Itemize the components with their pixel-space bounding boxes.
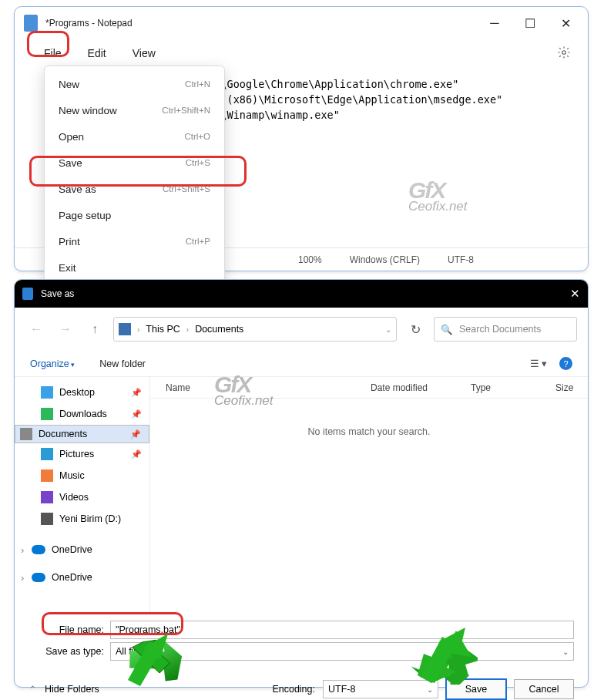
onedrive-icon [32,573,45,582]
col-name[interactable]: Name [166,382,371,393]
saveas-close-button[interactable]: ✕ [570,287,580,301]
status-encoding: UTF-8 [434,254,488,265]
download-icon [41,408,53,420]
saveas-sidebar: Desktop📌 Downloads📌 Documents📌 Pictures📌… [15,377,150,613]
menu-item-save-as[interactable]: Save asCtrl+Shift+S [45,176,224,202]
pictures-icon [41,448,53,460]
status-zoom: 100% [284,254,336,265]
notepad-window: *Programs - Notepad ─ ☐ ✕ File Edit View… [14,6,589,271]
file-list-pane: Name Date modified Type Size No items ma… [150,377,588,613]
saveas-toolbar: Organize New folder ☰ ▾ ? [15,351,588,377]
chevron-down-icon: ⌄ [427,685,433,694]
menu-item-exit[interactable]: Exit [45,254,224,281]
column-headers: Name Date modified Type Size [150,377,588,399]
menu-edit[interactable]: Edit [88,47,106,59]
video-icon [41,491,53,503]
organize-button[interactable]: Organize [30,358,75,369]
save-button[interactable]: Save [446,679,506,699]
encoding-label: Encoding: [272,684,315,695]
hide-folders-button[interactable]: Hide Folders [45,684,99,695]
saveas-titlebar: Save as ✕ [15,280,588,308]
breadcrumb-folder[interactable]: Documents [195,324,243,335]
filetype-label: Save as type: [29,646,110,657]
search-box[interactable]: 🔍 Search Documents [434,317,577,342]
chevron-right-icon: › [186,325,189,334]
chevron-right-icon: › [137,325,139,334]
maximize-button[interactable]: ☐ [512,11,548,35]
notepad-icon [24,15,38,32]
menu-item-save[interactable]: SaveCtrl+S [45,150,224,176]
col-type[interactable]: Type [471,382,555,393]
help-button[interactable]: ? [559,357,572,370]
sidebar-item-music[interactable]: Music [15,465,149,486]
sidebar-item-downloads[interactable]: Downloads📌 [15,403,149,425]
music-icon [41,469,53,482]
address-bar[interactable]: › This PC › Documents ⌄ [113,317,397,342]
sidebar-item-onedrive-2[interactable]: OneDrive [15,567,149,588]
pin-icon: 📌 [130,429,141,439]
saveas-title: Save as [41,288,74,299]
menu-item-page-setup[interactable]: Page setup [45,202,224,228]
pin-icon: 📌 [131,388,142,398]
menu-item-open[interactable]: OpenCtrl+O [45,123,224,150]
chevron-down-icon: ⌄ [562,648,569,656]
refresh-button[interactable]: ↻ [404,318,426,340]
pin-icon: 📌 [131,409,142,419]
sidebar-item-documents[interactable]: Documents📌 [15,425,149,443]
sidebar-item-drive-d[interactable]: Yeni Birim (D:) [15,508,149,530]
sidebar-item-onedrive[interactable]: OneDrive [15,539,149,560]
desktop-icon [41,386,53,399]
breadcrumb-root[interactable]: This PC [146,324,180,335]
filename-input[interactable] [110,621,574,639]
menu-file[interactable]: File [44,47,62,59]
filename-label: File name: [29,624,110,635]
menu-item-new[interactable]: NewCtrl+N [45,71,224,97]
notepad-title: *Programs - Notepad [45,18,133,29]
sidebar-item-pictures[interactable]: Pictures📌 [15,443,149,465]
search-placeholder: Search Documents [459,324,541,335]
close-button[interactable]: ✕ [548,11,583,35]
status-eol: Windows (CRLF) [336,254,434,265]
menu-item-print[interactable]: PrintCtrl+P [45,228,224,254]
notepad-titlebar: *Programs - Notepad ─ ☐ ✕ [15,7,588,39]
nav-back-button[interactable]: ← [25,318,47,340]
svg-point-0 [562,51,566,55]
cancel-button[interactable]: Cancel [514,679,574,699]
menu-view[interactable]: View [133,47,156,59]
nav-up-button[interactable]: ↑ [84,318,106,340]
pin-icon: 📌 [131,449,142,459]
notepad-menubar: File Edit View [15,39,588,67]
saveas-inputs: File name: Save as type: All files⌄ [15,613,588,671]
encoding-select[interactable]: UTF-8⌄ [323,680,438,698]
sidebar-item-desktop[interactable]: Desktop📌 [15,382,149,403]
onedrive-icon [32,545,45,554]
view-mode-button[interactable]: ☰ ▾ [530,358,547,369]
saveas-title-icon [22,288,33,300]
new-folder-button[interactable]: New folder [99,358,146,369]
empty-message: No items match your search. [150,426,588,437]
filetype-select[interactable]: All files⌄ [110,642,574,661]
col-size[interactable]: Size [555,382,582,393]
nav-forward-button[interactable]: → [55,318,76,340]
search-icon: 🔍 [441,324,453,335]
col-date[interactable]: Date modified [371,382,471,393]
menu-item-new-window[interactable]: New windowCtrl+Shift+N [45,97,224,123]
save-as-dialog: Save as ✕ ← → ↑ › This PC › Documents ⌄ … [14,279,589,688]
sidebar-item-videos[interactable]: Videos [15,486,149,508]
drive-icon [41,513,53,525]
chevron-down-icon[interactable]: ⌄ [385,325,391,334]
saveas-navbar: ← → ↑ › This PC › Documents ⌄ ↻ 🔍 Search… [15,308,588,351]
settings-gear-icon[interactable] [557,45,571,62]
thispc-icon [119,323,131,335]
saveas-footer: ⌃ Hide Folders Encoding: UTF-8⌄ Save Can… [15,671,588,700]
collapse-icon: ⌃ [29,684,37,695]
file-menu-dropdown: NewCtrl+N New windowCtrl+Shift+N OpenCtr… [44,66,225,286]
document-icon [20,428,32,440]
minimize-button[interactable]: ─ [477,11,512,35]
